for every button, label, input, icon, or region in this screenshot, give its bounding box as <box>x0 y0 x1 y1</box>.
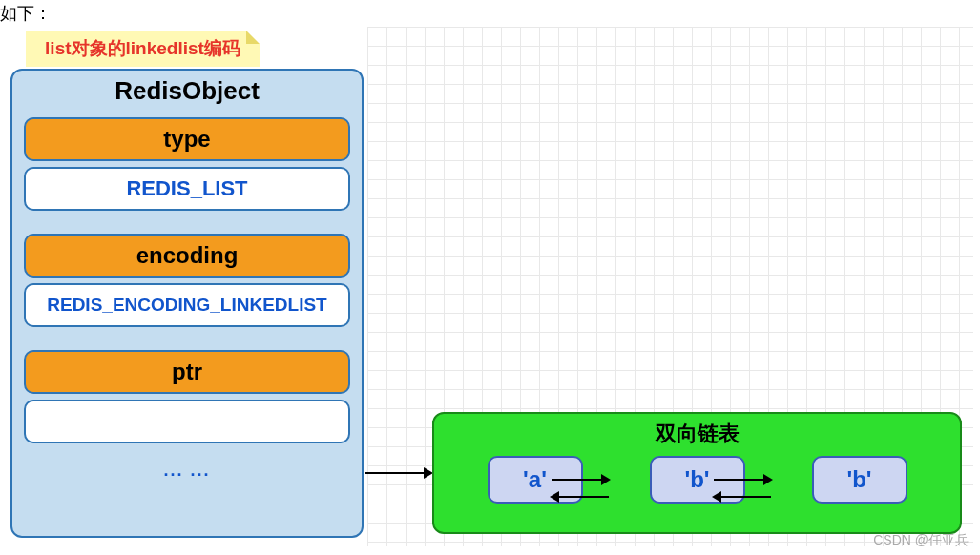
sticky-label: list对象的linkedlist编码 <box>45 36 240 61</box>
ptr-header: ptr <box>24 350 350 394</box>
arrow-b2-to-b1 <box>714 496 771 498</box>
encoding-header: encoding <box>24 234 350 278</box>
linked-list-box: 双向链表 'a' 'b' 'b' <box>432 412 962 534</box>
arrow-a-to-b1 <box>552 479 609 481</box>
arrow-b1-to-a <box>552 496 609 498</box>
redis-title: RedisObject <box>12 71 362 112</box>
node-b2: 'b' <box>812 456 907 504</box>
ptr-arrow <box>365 472 431 474</box>
type-header: type <box>24 117 350 161</box>
sticky-note: list对象的linkedlist编码 <box>26 31 260 67</box>
encoding-value: REDIS_ENCODING_LINKEDLIST <box>24 283 350 327</box>
redis-dots: ... ... <box>12 461 362 481</box>
redis-object-box: RedisObject type REDIS_LIST encoding RED… <box>10 69 364 538</box>
linked-list-title: 双向链表 <box>434 414 960 450</box>
nodes-container: 'a' 'b' 'b' <box>434 456 960 504</box>
watermark: CSDN @任亚兵 <box>873 532 969 549</box>
type-value: REDIS_LIST <box>24 167 350 211</box>
top-fragment-text: 如下： <box>0 2 52 25</box>
arrow-b1-to-b2 <box>714 479 771 481</box>
ptr-value <box>24 400 350 443</box>
